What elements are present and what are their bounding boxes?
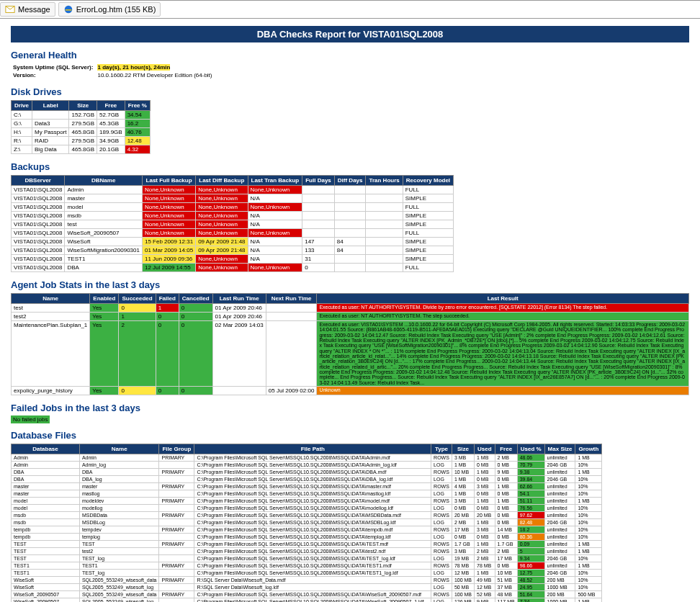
uptime-value: 1 day(s), 21 hour(s), 24min — [97, 64, 170, 71]
version-value: 10.0.1600.22 RTM Developer Edition (64-b… — [95, 71, 214, 79]
col-header: Used % — [517, 444, 544, 454]
section-agent: Agent Job Stats in the last 3 days — [11, 279, 689, 290]
table-row: C:\152.7GB52.7GB34.54 — [12, 111, 151, 120]
col-header: Size — [69, 101, 97, 111]
col-header: Size — [452, 444, 474, 454]
col-header: Name — [12, 294, 90, 304]
table-row: modelmodeldevPRIMARYC:\Program Files\Mic… — [12, 498, 602, 505]
col-header: Drive — [12, 101, 32, 111]
ie-icon — [63, 4, 73, 14]
table-row: VISTA01\SQL2008msdbNone,UnknownNone,Unkn… — [12, 212, 454, 220]
col-header: Recovery Model — [403, 176, 453, 186]
uptime-label: System Uptime (SQL Server): — [13, 64, 93, 71]
col-header: Last Tran Backup — [248, 176, 302, 186]
table-row: WiseSoftSQL2005_553249_wisesoft_logR:\SQ… — [12, 584, 602, 591]
col-header: Used — [475, 444, 495, 454]
table-row: DBADBA_logC:\Program Files\Microsoft SQL… — [12, 476, 602, 483]
col-header: Last Diff Backup — [196, 176, 248, 186]
col-header: DBServer — [12, 176, 65, 186]
agent-table: NameEnabledSucceededFailedCancelledLast … — [11, 293, 689, 395]
table-row: R:\RAID279.5GB34.9GB12.48 — [12, 137, 151, 145]
col-header: Last Run Time — [212, 294, 266, 304]
table-row: VISTA01\SQL2008WiseSoft15 Feb 2009 12:31… — [12, 238, 454, 246]
table-row: VISTA01\SQL2008masterNone,UnknownNone,Un… — [12, 194, 454, 203]
tab-message[interactable]: Message — [0, 2, 55, 17]
col-header: Name — [79, 444, 159, 454]
col-header: Cancelled — [179, 294, 212, 304]
svg-point-1 — [64, 6, 72, 14]
table-row: WiseSoft_20090507SQL2005_553249_wisesoft… — [12, 598, 602, 602]
version-label: Version: — [13, 72, 36, 78]
dbfiles-table: DatabaseNameFile GroupFile PathTypeSizeU… — [11, 444, 602, 602]
drives-table: DriveLabelSizeFreeFree %C:\152.7GB52.7GB… — [11, 100, 151, 154]
table-row: H:\My Passport465.8GB189.9GB40.76 — [12, 128, 151, 137]
col-header: Succeeded — [119, 294, 156, 304]
table-row: testYes01001 Apr 2009 20:46Executed as u… — [12, 304, 689, 313]
table-row: TEST1TEST_logC:\Program Files\Microsoft … — [12, 570, 602, 577]
table-row: VISTA01\SQL2008WiseSoft_20090507None,Unk… — [12, 229, 454, 238]
table-row: mastermasterPRIMARYC:\Program Files\Micr… — [12, 483, 602, 490]
col-header: Last Result — [317, 294, 689, 304]
table-row: AdminAdmin_logC:\Program Files\Microsoft… — [12, 462, 602, 469]
table-row: TEST1TEST1PRIMARYC:\Program Files\Micros… — [12, 562, 602, 570]
col-header: File Group — [159, 444, 194, 454]
table-row: VISTA01\SQL2008TEST111 Jun 2009 09:36Non… — [12, 255, 454, 264]
col-header: Type — [431, 444, 452, 454]
table-row: AdminAdminPRIMARYC:\Program Files\Micros… — [12, 454, 602, 462]
section-general: General Health — [11, 50, 689, 60]
backups-table: DBServerDBNameLast Full BackupLast Diff … — [11, 175, 454, 272]
table-row: MaintenancePlan.Subplan_1Yes20002 Mar 20… — [12, 321, 689, 387]
tab-label: ErrorLog.htm (155 KB) — [76, 5, 156, 14]
col-header: Tran Hours — [366, 176, 403, 186]
table-row: WiseSoftSQL2005_553249_wisesoft_dataPRIM… — [12, 577, 602, 584]
table-row: VISTA01\SQL2008modelNone,UnknownNone,Unk… — [12, 203, 454, 212]
col-header: Max Size — [544, 444, 575, 454]
report-title: DBA Checks Report for VISTA01\SQL2008 — [11, 26, 689, 42]
col-header: Failed — [156, 294, 179, 304]
table-row: mastermastlogC:\Program Files\Microsoft … — [12, 490, 602, 498]
col-header: DBName — [65, 176, 143, 186]
table-row: VISTA01\SQL2008testNone,UnknownNone,Unkn… — [12, 220, 454, 229]
table-row: TESTTESTPRIMARYC:\Program Files\Microsof… — [12, 541, 602, 548]
tab-label: Message — [18, 5, 50, 14]
col-header: Full Days — [302, 176, 335, 186]
col-header: Enabled — [90, 294, 119, 304]
table-row: VISTA01\SQL2008WiseSoftMigration20090301… — [12, 246, 454, 255]
table-row: tempdbtemplogC:\Program Files\Microsoft … — [12, 534, 602, 541]
table-row: VISTA01\SQL2008AdminNone,UnknownNone,Unk… — [12, 186, 454, 194]
col-header: Label — [32, 101, 69, 111]
col-header: Free % — [125, 101, 150, 111]
col-header: Free — [495, 444, 517, 454]
section-backups: Backups — [11, 161, 689, 172]
table-row: DBADBAPRIMARYC:\Program Files\Microsoft … — [12, 469, 602, 476]
section-dbfiles: Database Files — [11, 430, 689, 441]
table-row: expolicy_purge_historyYes00005 Jul 2009 … — [12, 387, 689, 395]
col-header: Last Full Backup — [142, 176, 195, 186]
table-row: TESTtest2C:\Program Files\Microsoft SQL … — [12, 548, 602, 555]
table-row: Z:\Big Data465.8GB20.1GB4.32 — [12, 145, 151, 154]
table-row: tempdbtempdevPRIMARYC:\Program Files\Mic… — [12, 526, 602, 534]
section-drives: Disk Drives — [11, 86, 689, 97]
col-header: Free — [97, 101, 125, 111]
col-header: Next Run Time — [266, 294, 317, 304]
tab-bar: Message ErrorLog.htm (155 KB) — [0, 0, 700, 19]
section-failed: Failed Jobs in the last 3 days — [11, 403, 689, 413]
table-row: TESTTEST_logC:\Program Files\Microsoft S… — [12, 555, 602, 562]
col-header: Diff Days — [334, 176, 366, 186]
table-row: VISTA01\SQL2008DBA12 Jul 2009 14:55None,… — [12, 264, 454, 272]
table-row: msdbMSDBDataPRIMARYC:\Program Files\Micr… — [12, 512, 602, 519]
col-header: Database — [12, 444, 80, 454]
no-failed-jobs: No failed jobs — [11, 415, 50, 423]
col-header: File Path — [194, 444, 431, 454]
table-row: modelmodellogC:\Program Files\Microsoft … — [12, 505, 602, 512]
table-row: WiseSoft_20090507SQL2005_553249_wisesoft… — [12, 591, 602, 598]
table-row: G:\Data3279.5GB45.3GB16.2 — [12, 120, 151, 128]
col-header: Growth — [575, 444, 602, 454]
table-row: test2Yes10001 Apr 2009 20:46Executed as … — [12, 313, 689, 321]
table-row: msdbMSDBLogC:\Program Files\Microsoft SQ… — [12, 519, 602, 526]
mail-icon — [5, 4, 15, 14]
tab-errorlog[interactable]: ErrorLog.htm (155 KB) — [58, 2, 161, 17]
